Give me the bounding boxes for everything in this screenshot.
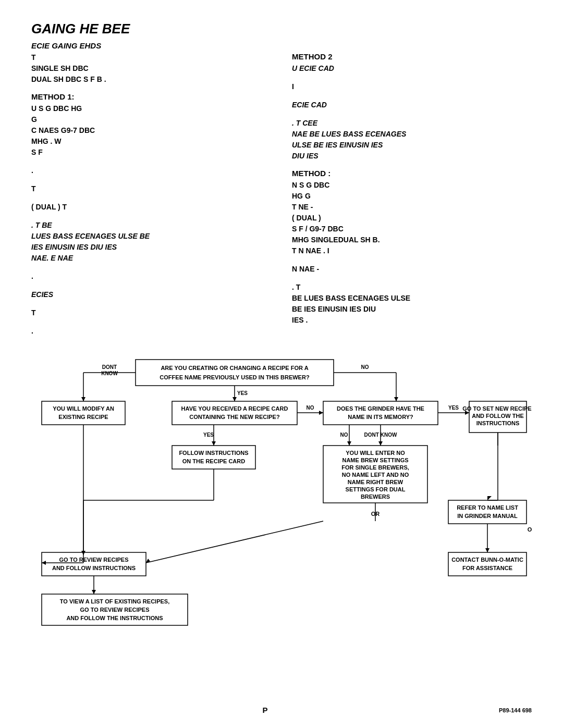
modify-line1: YOU WILL MODIFY AN	[53, 405, 114, 412]
no-name-line1: YOU WILL ENTER NO	[346, 450, 405, 456]
set-new-line2: AND FOLLOW THE	[472, 413, 524, 419]
method1-body: U S G DBC HG G C NAES G9-7 DBC MHG . W S…	[31, 103, 271, 158]
page-code: P89-1	[499, 707, 514, 713]
page-letter: P	[262, 706, 267, 714]
question1-line2: COFFEE NAME PREVIOUSLY USED IN THIS BREW…	[160, 374, 310, 380]
no-name-line4: NO NAME LEFT AND NO	[342, 472, 409, 478]
yes3-label: YES	[448, 405, 459, 411]
svg-marker-32	[485, 548, 489, 552]
flowchart: .fc-box { fill: #fff; stroke: #000; stro…	[31, 354, 532, 700]
svg-marker-13	[347, 441, 351, 446]
question2-box	[172, 401, 297, 425]
method3-body: N S G DBC HG G T NE - ( DUAL ) S F / G9-…	[292, 180, 532, 256]
svg-marker-11	[319, 411, 323, 415]
dont-know-label2: KNOW	[101, 371, 118, 376]
name-list-line2: IN GRINDER MANUAL	[457, 513, 518, 519]
name-list-line1: REFER TO NAME LIST	[457, 504, 518, 511]
question2-line2: CONTAINING THE NEW RECIPE?	[189, 414, 280, 420]
svg-marker-1	[232, 397, 237, 401]
grinder-q-line2: NAME IN ITS MEMORY?	[348, 414, 413, 420]
no-name-line3: FOR SINGLE BREWERS,	[341, 464, 409, 471]
dont-know-label: DONT	[102, 364, 117, 370]
review-line1: GO TO REVIEW RECIPES	[59, 557, 128, 563]
footer: P P89-1 44 698	[31, 706, 532, 714]
t-line: T	[31, 183, 271, 194]
dot2: .	[31, 271, 271, 282]
method2-i: I	[292, 81, 532, 92]
view-line1: TO VIEW A LIST OF EXISTING RECIPES,	[60, 598, 169, 604]
method2-label: METHOD 2	[292, 52, 532, 61]
grinder-q-line1: DOES THE GRINDER HAVE THE	[337, 405, 424, 412]
no-name-line7: BREWERS	[361, 493, 390, 500]
ecies-label: ECIES	[31, 289, 271, 300]
dual-line: ( DUAL ) T	[31, 202, 271, 213]
set-new-line1: GO TO SET NEW RECIPE,	[462, 405, 532, 412]
svg-line-33	[146, 521, 323, 563]
method2-sub: U ECIE CAD	[292, 63, 532, 74]
note1: .	[31, 165, 271, 176]
main-title: GAING HE BEE	[31, 21, 532, 37]
yes-label: YES	[237, 390, 248, 396]
question1-line1: ARE YOU CREATING OR CHANGING A RECIPE FO…	[161, 365, 308, 371]
method3-label: METHOD :	[292, 169, 532, 178]
no-name-line2: NAME BREW SETTINGS	[342, 457, 408, 463]
no-name-line5: NAME RIGHT BREW	[348, 479, 403, 485]
doc-number: 44 698	[514, 707, 532, 713]
name-list-box	[448, 500, 527, 524]
svg-marker-9	[212, 441, 216, 446]
set-new-line3: INSTRUCTIONS	[476, 420, 520, 426]
svg-marker-22	[92, 590, 96, 594]
follow-card-line2: ON THE RECIPE CARD	[182, 458, 245, 464]
grinder-q-box	[323, 401, 438, 425]
contact-line2: FOR ASSISTANCE	[462, 565, 512, 571]
dot-t: . T BE LUES BASS ECENAGES ULSE BE IES EI…	[31, 220, 271, 264]
flowchart-svg: .fc-box { fill: #fff; stroke: #000; stro…	[31, 354, 532, 698]
ecies-t: T	[31, 307, 271, 318]
contact-box	[448, 552, 527, 576]
svg-marker-29	[487, 496, 492, 500]
no3-label: NO	[340, 432, 348, 438]
follow-card-box	[172, 446, 255, 469]
yes2-label: YES	[203, 432, 214, 438]
question1-box	[136, 360, 334, 386]
svg-marker-4	[81, 397, 85, 401]
method1-label: METHOD 1:	[31, 92, 271, 101]
no-name-line6: SETTINGS FOR DUAL	[346, 486, 406, 492]
dont-know3-label: DONT KNOW	[364, 432, 397, 438]
review-box	[42, 552, 146, 576]
or1-label: OR	[528, 526, 532, 533]
review-line2: AND FOLLOW INSTRUCTIONS	[52, 565, 136, 571]
modify-line2: EXISTING RECIPE	[58, 414, 108, 420]
no-label-top: NO	[361, 364, 369, 370]
dot-t-cee: . T CEE NAE BE LUES BASS ECENAGES ULSE B…	[292, 118, 532, 162]
section-header: ECIE GAING EHDS	[31, 41, 532, 50]
svg-marker-15	[378, 441, 383, 446]
view-line3: AND FOLLOW THE INSTRUCTIONS	[66, 615, 163, 621]
view-line2: GO TO REVIEW RECIPES	[80, 607, 149, 613]
ecie-cad: ECIE CAD	[292, 100, 532, 110]
ecies-dot: .	[31, 326, 271, 337]
modify-box	[42, 401, 125, 425]
contact-line1: CONTACT BUNN-O-MATIC	[451, 557, 523, 563]
n-nae: N NAE -	[292, 264, 532, 275]
question2-line1: HAVE YOU RECEIVED A RECIPE CARD	[181, 405, 288, 412]
svg-marker-7	[394, 397, 398, 401]
follow-card-line1: FOLLOW INSTRUCTIONS	[179, 450, 248, 456]
col-left-intro: T SINGLE SH DBC DUAL SH DBC S F B .	[31, 52, 271, 85]
no2-label: NO	[307, 405, 314, 411]
dot-t2: . T BE LUES BASS ECENAGES ULSE BE IES EI…	[292, 282, 532, 326]
